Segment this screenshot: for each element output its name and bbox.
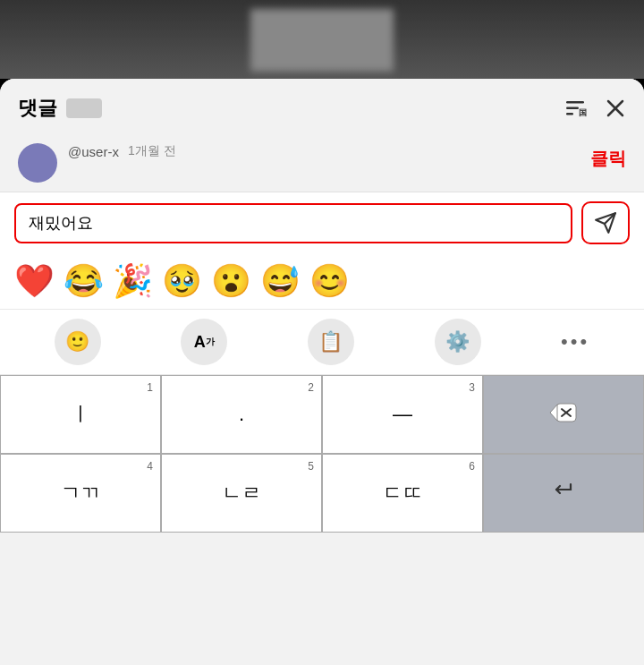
- key-label-2: .: [239, 403, 244, 426]
- blurred-image: [250, 9, 394, 72]
- translate-icon: A: [194, 333, 206, 352]
- clipboard-icon: 📋: [318, 330, 343, 354]
- more-icon: •••: [561, 330, 589, 353]
- header-left: 댓글: [18, 95, 102, 122]
- comments-header: 댓글 国: [0, 79, 644, 134]
- more-button[interactable]: •••: [561, 330, 589, 354]
- key-num-1: 1: [147, 381, 153, 394]
- key-5[interactable]: 5 ㄴㄹ: [161, 454, 322, 533]
- top-image-area: [0, 0, 644, 79]
- emoji-picker-icon: 🙂: [65, 330, 89, 354]
- return-icon: [551, 481, 576, 506]
- input-area: [0, 192, 644, 253]
- key-num-3: 3: [469, 381, 475, 394]
- comments-title: 댓글: [18, 95, 57, 122]
- key-num-6: 6: [469, 460, 475, 473]
- send-icon: [594, 211, 617, 234]
- comment-content: @user-x 1개월 전: [68, 143, 626, 161]
- comments-panel: 댓글 国: [0, 79, 644, 665]
- avatar: [18, 143, 57, 183]
- delete-icon: [549, 403, 578, 427]
- key-label-1: ㅣ: [71, 401, 90, 428]
- comment-item: @user-x 1개월 전 클릭: [0, 134, 644, 192]
- emoji-cry[interactable]: 🥹: [162, 262, 202, 300]
- close-icon: [605, 98, 626, 119]
- toolbar: 🙂 A 가 📋 ⚙️ •••: [0, 310, 644, 375]
- emoji-smile[interactable]: 😊: [309, 262, 350, 300]
- translate-button[interactable]: A 가: [181, 319, 227, 365]
- key-2[interactable]: 2 .: [161, 375, 322, 454]
- comment-meta: @user-x 1개월 전: [68, 143, 626, 159]
- send-button[interactable]: [581, 201, 630, 244]
- click-label: 클릭: [590, 147, 626, 171]
- emoji-picker-button[interactable]: 🙂: [55, 319, 101, 365]
- keyboard-row-1: 1 ㅣ 2 . 3 —: [0, 375, 644, 454]
- key-label-4: ㄱㄲ: [61, 480, 100, 507]
- clipboard-button[interactable]: 📋: [308, 319, 354, 365]
- emoji-wow[interactable]: 😮: [211, 262, 251, 300]
- key-num-4: 4: [147, 460, 153, 473]
- comment-time: 1개월 전: [128, 143, 176, 159]
- comments-count-box: [66, 98, 102, 118]
- sort-button[interactable]: 国: [564, 97, 587, 120]
- key-label-5: ㄴㄹ: [222, 480, 261, 507]
- header-right: 国: [564, 97, 626, 120]
- settings-icon: ⚙️: [445, 330, 470, 354]
- close-button[interactable]: [605, 98, 626, 119]
- key-6[interactable]: 6 ㄷㄸ: [322, 454, 483, 533]
- emoji-heart[interactable]: ❤️: [14, 262, 55, 300]
- comment-input[interactable]: [14, 203, 572, 243]
- svg-rect-1: [566, 107, 579, 110]
- key-delete[interactable]: [483, 375, 644, 454]
- key-1[interactable]: 1 ㅣ: [0, 375, 161, 454]
- emoji-sweat[interactable]: 😅: [260, 262, 301, 300]
- key-label-6: ㄷㄸ: [383, 480, 422, 507]
- svg-marker-9: [550, 405, 557, 421]
- settings-button[interactable]: ⚙️: [435, 319, 481, 365]
- svg-rect-2: [566, 113, 573, 115]
- sort-icon: 国: [564, 97, 587, 120]
- key-3[interactable]: 3 —: [322, 375, 483, 454]
- emoji-bar: ❤️ 😂 🎉 🥹 😮 😅 😊: [0, 253, 644, 310]
- comment-username: @user-x: [68, 144, 119, 159]
- svg-text:国: 国: [579, 108, 587, 117]
- svg-rect-0: [566, 101, 584, 104]
- keyboard-row-2: 4 ㄱㄲ 5 ㄴㄹ 6 ㄷㄸ: [0, 454, 644, 533]
- key-num-5: 5: [308, 460, 314, 473]
- key-4[interactable]: 4 ㄱㄲ: [0, 454, 161, 533]
- emoji-party[interactable]: 🎉: [113, 262, 153, 300]
- key-return[interactable]: [483, 454, 644, 533]
- translate-icon-2: 가: [206, 336, 215, 348]
- key-label-3: —: [393, 403, 412, 426]
- key-num-2: 2: [308, 381, 314, 394]
- emoji-laugh[interactable]: 😂: [64, 262, 104, 300]
